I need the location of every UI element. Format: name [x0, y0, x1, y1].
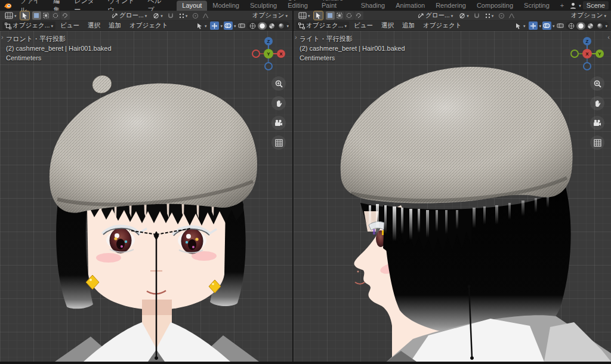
shading-wireframe[interactable]	[248, 22, 257, 30]
pivot-point-dropdown[interactable]: ▾	[150, 11, 165, 20]
active-tool-user-icon[interactable]	[569, 2, 577, 10]
axis-z-label: Z	[267, 39, 270, 44]
tab-uv-editing[interactable]: UV Editing	[282, 0, 316, 11]
shading-solid[interactable]	[258, 22, 267, 30]
snap-toggle[interactable]	[473, 11, 482, 20]
overlays-dropdown-arrow[interactable]: ▾	[553, 24, 555, 28]
proportional-editing-toggle[interactable]	[497, 11, 506, 20]
toolbar-expand-chevron[interactable]: ›	[1, 33, 4, 41]
zoom-button[interactable]	[590, 76, 604, 91]
pan-button[interactable]	[590, 96, 604, 110]
tab-scripting[interactable]: Scripting	[519, 1, 555, 11]
toolbar-expand-chevron[interactable]: ›	[295, 33, 297, 41]
axis-z-negative[interactable]	[265, 63, 272, 70]
overlays-icon	[543, 23, 550, 29]
overlays-toggle[interactable]	[224, 21, 233, 30]
shading-rendered[interactable]	[595, 22, 604, 30]
menu-add[interactable]: 追加	[105, 21, 125, 30]
falloff-dropdown[interactable]	[507, 11, 516, 20]
zoom-button[interactable]	[271, 76, 286, 91]
select-mode-lasso[interactable]	[61, 11, 70, 20]
snap-toggle[interactable]	[166, 11, 175, 20]
menu-object[interactable]: オブジェクト	[126, 21, 171, 30]
transform-orientation-dropdown[interactable]: グロー... ▾	[109, 11, 149, 20]
visibility-pointer-icon	[516, 23, 522, 29]
menu-add[interactable]: 追加	[399, 21, 418, 30]
menu-object[interactable]: オブジェクト	[419, 21, 465, 30]
overlays-dropdown-arrow[interactable]: ▾	[234, 24, 236, 28]
proportional-editing-toggle[interactable]	[191, 11, 200, 20]
gizmos-toggle[interactable]	[529, 21, 538, 30]
axis-x-negative[interactable]	[252, 50, 260, 57]
gizmos-dropdown-arrow[interactable]: ▾	[539, 24, 541, 28]
camera-view-button[interactable]	[271, 116, 286, 130]
select-tool-button[interactable]	[314, 11, 323, 20]
tab-add-workspace[interactable]: +	[555, 1, 569, 11]
tab-rendering[interactable]: Rendering	[430, 1, 471, 11]
menu-view[interactable]: ビュー	[350, 21, 377, 30]
select-mode-circle[interactable]	[51, 11, 60, 20]
shading-material[interactable]	[586, 22, 595, 30]
options-dropdown[interactable]: オプション ▾	[250, 11, 290, 20]
menu-select[interactable]: 選択	[84, 21, 104, 30]
shading-dropdown-arrow[interactable]: ▾	[286, 24, 289, 28]
pivot-point-dropdown[interactable]: ▾	[456, 11, 471, 20]
select-mode-tweak[interactable]	[32, 11, 41, 20]
shading-rendered[interactable]	[277, 22, 286, 30]
snapping-dropdown[interactable]: ▾	[483, 11, 496, 20]
toggle-grid-button[interactable]	[590, 135, 604, 150]
editor-type-button[interactable]: ▾	[2, 11, 19, 20]
tab-layout[interactable]: Layout	[177, 1, 207, 11]
select-mode-lasso[interactable]	[354, 11, 363, 20]
mode-dropdown[interactable]: オブジェク... ▾	[296, 21, 349, 30]
snapping-dropdown[interactable]: ▾	[177, 11, 190, 20]
sidebar-expand-chevron[interactable]: ‹	[607, 33, 610, 41]
mode-dropdown[interactable]: オブジェク... ▾	[2, 21, 55, 30]
transform-orientation-dropdown[interactable]: グロー... ▾	[415, 11, 455, 20]
beret-front	[50, 75, 257, 212]
shading-material[interactable]	[267, 22, 276, 30]
overlays-toggle[interactable]	[542, 21, 551, 30]
axis-navigation-gizmo[interactable]: Z X Y	[249, 35, 288, 73]
select-tool-button[interactable]	[20, 11, 29, 20]
shading-wireframe[interactable]	[567, 22, 576, 30]
object-types-visibility-dropdown[interactable]: ▾	[195, 21, 209, 30]
tab-shading[interactable]: Shading	[356, 1, 390, 11]
select-mode-box[interactable]	[42, 11, 51, 20]
camera-view-button[interactable]	[590, 116, 604, 130]
scene-selector[interactable]: Scene	[583, 1, 609, 10]
select-mode-box[interactable]	[335, 11, 344, 20]
tab-texture-paint[interactable]: Texture Paint	[316, 0, 356, 11]
scene-dropdown-arrow[interactable]: ▾	[579, 4, 581, 8]
tab-compositing[interactable]: Compositing	[471, 1, 519, 11]
pivot-icon	[153, 13, 159, 19]
tab-sculpting[interactable]: Sculpting	[245, 1, 282, 11]
units-label: Centimeters	[6, 53, 112, 63]
axis-z-negative[interactable]	[584, 63, 591, 70]
gizmos-dropdown-arrow[interactable]: ▾	[220, 24, 223, 28]
tab-modeling[interactable]: Modeling	[207, 1, 245, 11]
gizmos-toggle[interactable]	[210, 21, 219, 30]
viewport-canvas-front[interactable]: › フロント・平行投影 (2) cashmere_beret | Hair001…	[0, 31, 292, 362]
editor-type-button[interactable]: ▾	[296, 11, 313, 20]
viewport-canvas-side[interactable]: › ‹ ライト・平行投影 (2) cashmere_beret | Hair00…	[294, 31, 611, 362]
menu-select[interactable]: 選択	[378, 21, 397, 30]
editor-header-left: オブジェク... ▾ ビュー 選択 追加 オブジェクト ▾	[0, 21, 292, 31]
xray-toggle[interactable]	[556, 21, 564, 30]
viewport-front: ▾	[0, 11, 292, 362]
toggle-grid-button[interactable]	[271, 135, 286, 150]
select-mode-group	[326, 11, 363, 20]
shading-dropdown-arrow[interactable]: ▾	[605, 24, 607, 28]
select-mode-circle[interactable]	[345, 11, 354, 20]
select-mode-tweak[interactable]	[326, 11, 335, 20]
object-types-visibility-dropdown[interactable]: ▾	[513, 21, 528, 30]
xray-toggle[interactable]	[237, 21, 246, 30]
falloff-dropdown[interactable]	[201, 11, 210, 20]
shading-solid[interactable]	[576, 22, 585, 30]
pan-button[interactable]	[271, 96, 286, 110]
tab-animation[interactable]: Animation	[390, 1, 430, 11]
menu-view[interactable]: ビュー	[57, 21, 83, 30]
options-dropdown[interactable]: オプション ▾	[569, 11, 609, 20]
axis-y-negative[interactable]	[571, 50, 578, 57]
axis-navigation-gizmo[interactable]: Z Y X	[568, 35, 606, 73]
